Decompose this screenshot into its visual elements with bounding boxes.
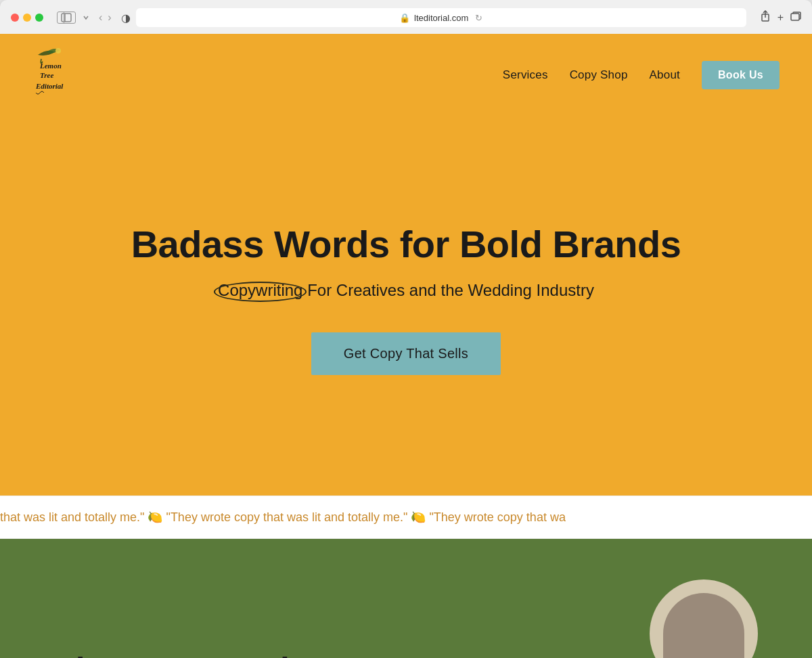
forward-button[interactable]: › [106,12,112,24]
browser-actions: + [760,10,801,25]
sidebar-toggle-button[interactable] [57,12,76,24]
green-section: Please Don't Hire Us. [0,539,812,658]
green-section-content: Please Don't Hire Us. [54,652,380,658]
reload-icon[interactable]: ↻ [475,13,482,23]
maximize-button[interactable] [35,14,43,22]
svg-text:Lemon: Lemon [39,62,62,70]
back-button[interactable]: ‹ [97,12,104,24]
svg-rect-3 [791,14,799,20]
svg-rect-0 [62,14,71,22]
minimize-button[interactable] [23,14,31,22]
url-text: lteditorial.com [414,13,468,23]
browser-window: ‹ › ◑ 🔒 lteditorial.com ↻ + [0,0,812,34]
svg-text:Editorial: Editorial [35,82,64,90]
hero-subtitle: Copywriting For Creatives and the Weddin… [218,281,594,300]
address-bar[interactable]: 🔒 lteditorial.com ↻ [136,8,746,27]
nav-about[interactable]: About [650,68,680,82]
book-us-button[interactable]: Book Us [702,61,780,89]
lock-icon: 🔒 [399,13,410,23]
nav-services[interactable]: Services [503,68,548,82]
close-button[interactable] [11,14,19,22]
ticker-bar: that was lit and totally me." 🍋 "They wr… [0,496,812,539]
titlebar: ‹ › ◑ 🔒 lteditorial.com ↻ + [11,8,801,34]
logo-area: Lemon Tree Editorial [32,45,93,106]
logo: Lemon Tree Editorial [32,45,93,106]
hero-subtitle-rest: For Creatives and the Wedding Industry [302,281,593,299]
website-content: Lemon Tree Editorial Services Copy Shop … [0,34,812,658]
traffic-lights [11,14,43,22]
cta-button[interactable]: Get Copy That Sells [311,332,501,375]
hero-section: Badass Words for Bold Brands Copywriting… [0,116,812,496]
svg-text:Tree: Tree [40,71,53,79]
new-tab-icon[interactable]: + [777,12,784,24]
svg-point-7 [55,48,61,53]
logo-svg: Lemon Tree Editorial [35,47,92,104]
nav-arrows: ‹ › [97,12,113,24]
nav-copy-shop[interactable]: Copy Shop [570,68,628,82]
person-silhouette [663,593,744,658]
site-navigation: Lemon Tree Editorial Services Copy Shop … [0,34,812,116]
address-bar-container: ◑ 🔒 lteditorial.com ↻ [121,8,746,27]
person-photo [650,579,758,658]
share-icon[interactable] [760,10,771,25]
ticker-text: that was lit and totally me." 🍋 "They wr… [0,510,812,525]
hero-title: Badass Words for Bold Brands [131,223,681,265]
theme-icon: ◑ [121,12,131,24]
browser-controls [57,12,89,24]
nav-links: Services Copy Shop About Book Us [503,61,780,89]
green-section-title: Please Don't Hire Us. [54,652,380,658]
chevron-down-icon [83,14,89,21]
windows-icon[interactable] [790,12,801,24]
hero-subtitle-highlight: Copywriting [218,281,302,300]
